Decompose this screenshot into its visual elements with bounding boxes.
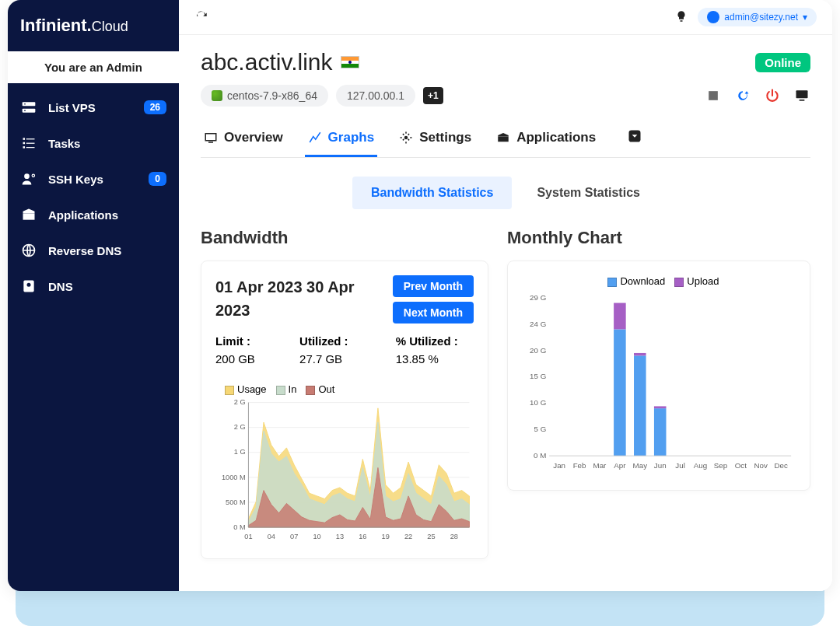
sidebar-item-label: Reverse DNS <box>48 244 121 257</box>
sidebar-nav: List VPS 26 Tasks SSH Keys 0 Application… <box>8 83 179 310</box>
user-key-icon <box>20 170 37 187</box>
user-menu[interactable]: admin@sitezy.net ▾ <box>698 8 817 26</box>
svg-rect-58 <box>614 329 626 456</box>
refresh-icon[interactable] <box>194 9 210 25</box>
svg-point-21 <box>404 136 408 140</box>
svg-rect-16 <box>709 91 718 100</box>
svg-text:Oct: Oct <box>735 461 747 470</box>
svg-rect-4 <box>23 138 26 140</box>
svg-rect-59 <box>614 303 626 330</box>
svg-text:01: 01 <box>244 533 252 540</box>
tab-applications[interactable]: Applications <box>493 121 599 157</box>
svg-text:10: 10 <box>313 533 320 540</box>
svg-text:Dec: Dec <box>774 461 787 470</box>
utilized-value: 27.7 GB <box>299 352 342 365</box>
svg-rect-6 <box>23 142 26 145</box>
svg-rect-7 <box>26 143 35 144</box>
more-ips-badge[interactable]: +1 <box>423 87 443 104</box>
svg-text:16: 16 <box>359 533 366 540</box>
monthly-chart: 0 M5 G10 G15 G20 G24 G29 GJanFebMarAprMa… <box>522 290 796 473</box>
sidebar-item-label: SSH Keys <box>48 173 103 186</box>
os-text: centos-7.9-x86_64 <box>227 89 317 102</box>
ip-chip[interactable]: 127.00.00.1 <box>336 85 415 107</box>
pct-utilized-value: 13.85 % <box>396 352 439 365</box>
svg-text:Sep: Sep <box>714 461 728 470</box>
bandwidth-section-title: Bandwidth <box>201 228 488 248</box>
sidebar-item-list-vps[interactable]: List VPS 26 <box>8 89 179 125</box>
svg-text:0 M: 0 M <box>534 451 546 460</box>
subtab-system[interactable]: System Statistics <box>518 177 659 209</box>
os-chip[interactable]: centos-7.9-x86_64 <box>201 85 328 107</box>
svg-text:13: 13 <box>336 533 344 540</box>
sidebar-item-label: List VPS <box>48 101 96 114</box>
svg-rect-5 <box>26 138 35 139</box>
sidebar-item-ssh-keys[interactable]: SSH Keys 0 <box>8 161 179 197</box>
svg-text:Nov: Nov <box>754 461 768 470</box>
svg-rect-64 <box>654 408 667 456</box>
sidebar-item-label: DNS <box>48 280 73 293</box>
utilized-label: Utilized : <box>299 334 348 348</box>
tab-label: Overview <box>224 130 283 145</box>
legend-label: Download <box>620 275 665 287</box>
legend-label: In <box>289 383 297 395</box>
svg-text:25: 25 <box>427 533 435 540</box>
vps-title: abc.activ.link <box>201 49 333 75</box>
pct-utilized-label: % Utilized : <box>396 334 458 348</box>
tab-label: Settings <box>419 130 471 145</box>
svg-rect-18 <box>800 100 805 101</box>
server-icon <box>20 99 37 116</box>
bandwidth-legend: Usage In Out <box>215 383 474 395</box>
svg-text:19: 19 <box>382 533 390 540</box>
power-button[interactable] <box>764 87 781 104</box>
subtab-bandwidth[interactable]: Bandwidth Statistics <box>352 177 512 209</box>
sidebar-item-tasks[interactable]: Tasks <box>8 125 179 161</box>
dns-icon <box>20 278 37 295</box>
lightbulb-icon[interactable] <box>674 9 690 25</box>
user-avatar-icon <box>707 11 719 23</box>
svg-text:Mar: Mar <box>593 461 607 470</box>
brand-logo: Infinient.Cloud <box>8 0 179 51</box>
tab-overview[interactable]: Overview <box>201 121 286 157</box>
svg-text:Jul: Jul <box>675 461 684 470</box>
svg-text:500 M: 500 M <box>226 498 246 506</box>
svg-text:5 G: 5 G <box>534 425 547 433</box>
globe-icon <box>20 242 37 259</box>
svg-text:Jun: Jun <box>654 461 667 470</box>
bandwidth-card: 01 Apr 2023 30 Apr 2023 Prev Month Next … <box>201 261 488 559</box>
stop-button[interactable] <box>705 87 722 104</box>
svg-point-10 <box>24 173 30 179</box>
svg-text:04: 04 <box>268 533 275 540</box>
svg-text:22: 22 <box>404 533 412 540</box>
tab-settings[interactable]: Settings <box>396 121 474 157</box>
svg-rect-65 <box>654 406 667 408</box>
svg-rect-12 <box>23 213 35 219</box>
svg-rect-0 <box>23 102 36 106</box>
svg-rect-62 <box>634 353 646 355</box>
svg-text:2 G: 2 G <box>234 398 246 406</box>
tab-more[interactable] <box>619 121 650 157</box>
svg-text:Apr: Apr <box>614 461 626 470</box>
svg-text:10 G: 10 G <box>530 398 546 407</box>
svg-text:2 G: 2 G <box>234 423 246 431</box>
svg-point-2 <box>24 103 26 105</box>
restart-button[interactable] <box>734 87 751 104</box>
sidebar: Infinient.Cloud You are an Admin List VP… <box>8 0 179 591</box>
svg-rect-17 <box>796 90 808 98</box>
svg-text:0 M: 0 M <box>233 523 245 531</box>
svg-text:28: 28 <box>450 533 458 540</box>
brand-sub: Cloud <box>92 19 128 34</box>
sidebar-item-dns[interactable]: DNS <box>8 268 179 304</box>
bandwidth-chart: 0 M500 M1000 M1 G2 G2 G01040710131619222… <box>215 398 474 541</box>
tab-graphs[interactable]: Graphs <box>305 121 378 157</box>
sidebar-item-applications[interactable]: Applications <box>8 197 179 233</box>
prev-month-button[interactable]: Prev Month <box>393 275 474 297</box>
next-month-button[interactable]: Next Month <box>393 302 474 323</box>
svg-text:24 G: 24 G <box>530 320 546 328</box>
svg-text:1000 M: 1000 M <box>222 474 246 481</box>
vnc-button[interactable] <box>793 87 810 104</box>
tasks-icon <box>20 135 37 152</box>
svg-rect-19 <box>205 134 216 141</box>
sidebar-item-reverse-dns[interactable]: Reverse DNS <box>8 233 179 268</box>
brand-main: Infinient. <box>20 16 92 35</box>
monthly-card: Download Upload 0 M5 G10 G15 G20 G24 G29… <box>507 261 810 491</box>
